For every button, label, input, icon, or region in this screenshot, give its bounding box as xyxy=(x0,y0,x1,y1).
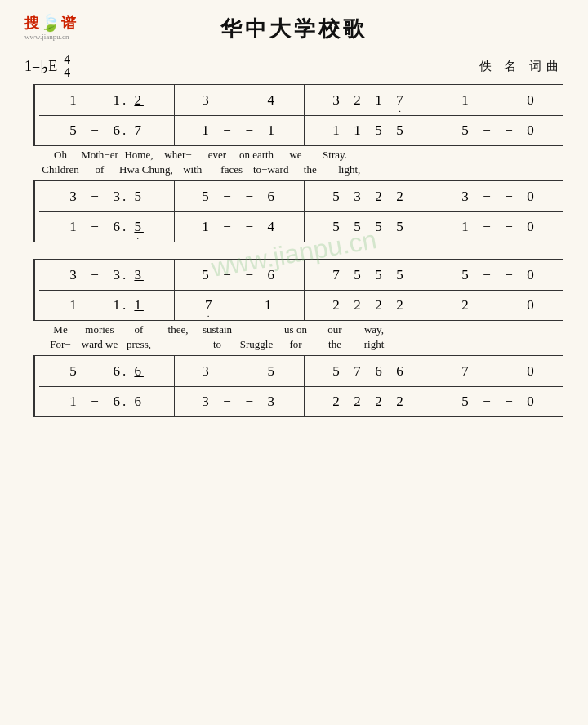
logo-site: www.jianpu.cn xyxy=(24,33,69,41)
lyric-word: Moth−er xyxy=(80,149,119,162)
flat-symbol: ♭ xyxy=(40,57,48,78)
lyric-word: Stray. xyxy=(315,149,354,162)
lyric-word xyxy=(158,338,198,351)
score-line-5: 3 − 3. 3 5 − − 6 7 5 5 5 5 − − 0 xyxy=(39,259,564,290)
seg-3-1: 3 − 3. 5 xyxy=(39,181,175,211)
seg-5-3: 7 5 5 5 xyxy=(305,260,434,290)
section2-block: 3 − 3. 3 5 − − 6 7 5 5 5 5 − − 0 1 − 1. … xyxy=(33,259,564,321)
lyrics-2: Me mories of thee, sustain us on our way… xyxy=(33,321,564,354)
section1b-block: 3 − 3. 5 5 − − 6 5 3 2 2 3 − − 0 1 − 6. … xyxy=(33,180,564,242)
seg-5-1: 3 − 3. 3 xyxy=(39,260,175,290)
time-bottom: 4 xyxy=(64,66,70,79)
lyric-word: right xyxy=(354,338,394,351)
seg-3-4: 3 − − 0 xyxy=(434,181,564,211)
lyric-word: Home, xyxy=(119,149,158,162)
lyric-word: sustain xyxy=(198,323,237,336)
lyrics-1: Oh Moth−er Home, wher− ever on earth we … xyxy=(33,146,564,179)
lyric-word: of xyxy=(119,323,158,336)
score-line-1: 1 − 1. 2 3 − − 4 3 2 1 7 1 − − 0 xyxy=(39,84,564,115)
key-time-row: 1= ♭ E 4 4 佚 名 词曲 xyxy=(24,53,564,79)
lyric-line-1: Oh Moth−er Home, wher− ever on earth we … xyxy=(41,148,560,162)
lyric-word: of xyxy=(80,163,119,176)
seg-4-4: 1 − − 0 xyxy=(434,212,564,242)
score-line-2: 5 − 6. 7 1 − − 1 1 1 5 5 5 − − 0 xyxy=(39,115,564,146)
lyric-word: ever xyxy=(198,149,237,162)
lyric-word: with xyxy=(173,163,212,176)
key-letter: E xyxy=(48,58,57,75)
lyric-word: the xyxy=(315,338,354,351)
lyric-word: thee, xyxy=(158,323,198,336)
lyric-word: our xyxy=(315,323,354,336)
seg-2-2: 1 − − 1 xyxy=(175,116,305,145)
seg-3-2: 5 − − 6 xyxy=(175,181,305,211)
seg-2-4: 5 − − 0 xyxy=(434,116,564,145)
lyric-word: to−ward xyxy=(252,163,291,176)
lyric-word: we xyxy=(276,149,315,162)
lyric-word: Children xyxy=(41,163,80,176)
lyric-word: us on xyxy=(276,323,315,336)
seg-8-4: 5 − − 0 xyxy=(434,387,564,416)
section2b-block: 5 − 6. 6 3 − − 5 5 7 6 6 7 − − 0 1 − 6. … xyxy=(33,355,564,417)
section-gap-1 xyxy=(24,242,564,257)
page: www.jianpu.cn 搜 🍃 谱 www.jianpu.cn 华中大学校歌… xyxy=(0,0,588,725)
lyric-word: mories xyxy=(80,323,119,336)
seg-6-3: 2 2 2 2 xyxy=(305,291,434,320)
time-top: 4 xyxy=(64,53,70,66)
seg-1-2: 3 − − 4 xyxy=(175,85,305,115)
time-signature: 4 4 xyxy=(64,53,70,79)
lyric-word: For− xyxy=(41,338,80,351)
seg-2-1: 5 − 6. 7 xyxy=(39,116,175,145)
score-line-3: 3 − 3. 5 5 − − 6 5 3 2 2 3 − − 0 xyxy=(39,180,564,211)
lyric-line-2: Children of Hwa Chung, with faces to−war… xyxy=(41,162,560,177)
seg-7-2: 3 − − 5 xyxy=(175,356,305,386)
lyric-word: Hwa Chung, xyxy=(119,163,173,176)
logo-text2: 谱 xyxy=(61,13,76,33)
seg-1-4: 1 − − 0 xyxy=(434,85,564,115)
lyric-word: wher− xyxy=(158,149,198,162)
seg-7-4: 7 − − 0 xyxy=(434,356,564,386)
lyric-word: way, xyxy=(354,323,394,336)
seg-1-1: 1 − 1. 2 xyxy=(39,85,175,115)
section1-lines: 1 − 1. 2 3 − − 4 3 2 1 7 1 − − 0 5 − 6. … xyxy=(39,84,564,146)
logo-leaf-icon: 🍃 xyxy=(40,13,60,33)
seg-5-4: 5 − − 0 xyxy=(434,260,564,290)
lyric-word: to xyxy=(198,338,237,351)
lyric-word: ward we xyxy=(80,338,119,351)
lyric-word: Me xyxy=(41,323,80,336)
seg-6-2: 7 − − 1 xyxy=(175,291,305,320)
lyric-word: the xyxy=(291,163,330,176)
score-line-4: 1 − 6. 5. 1 − − 4 5 5 5 5 1 − − 0 xyxy=(39,211,564,242)
score-line-8: 1 − 6. 6 3 − − 3 2 2 2 2 5 − − 0 xyxy=(39,386,564,417)
lyric-line-4: For− ward we press, to Sruggle for the r… xyxy=(41,337,560,352)
seg-8-2: 3 − − 3 xyxy=(175,387,305,416)
section1-block: 1 − 1. 2 3 − − 4 3 2 1 7 1 − − 0 5 − 6. … xyxy=(33,84,564,146)
seg-3-3: 5 3 2 2 xyxy=(305,181,434,211)
lyric-word: press, xyxy=(119,338,158,351)
seg-6-1: 1 − 1. 1 xyxy=(39,291,175,320)
page-title: 华中大学校歌 xyxy=(220,15,368,43)
seg-5-2: 5 − − 6 xyxy=(175,260,305,290)
key-note: 1= xyxy=(24,58,40,75)
seg-4-2: 1 − − 4 xyxy=(175,212,305,242)
logo-text: 搜 xyxy=(24,13,39,33)
seg-2-3: 1 1 5 5 xyxy=(305,116,434,145)
seg-4-1: 1 − 6. 5. xyxy=(39,212,175,242)
seg-6-4: 2 − − 0 xyxy=(434,291,564,320)
logo: 搜 🍃 谱 www.jianpu.cn xyxy=(24,13,76,33)
lyric-word: Sruggle xyxy=(237,338,276,351)
header: 搜 🍃 谱 www.jianpu.cn 华中大学校歌 xyxy=(24,8,564,47)
lyric-word: light, xyxy=(330,163,369,176)
lyric-line-3: Me mories of thee, sustain us on our way… xyxy=(41,322,560,337)
lyric-word: on earth xyxy=(237,149,276,162)
score-line-6: 1 − 1. 1 7 − − 1 2 2 2 2 2 − − 0 xyxy=(39,290,564,321)
seg-4-3: 5 5 5 5 xyxy=(305,212,434,242)
seg-8-3: 2 2 2 2 xyxy=(305,387,434,416)
seg-1-3: 3 2 1 7 xyxy=(305,85,434,115)
seg-8-1: 1 − 6. 6 xyxy=(39,387,175,416)
lyric-word: Oh xyxy=(41,149,80,162)
lyric-word: for xyxy=(276,338,315,351)
composer: 佚 名 词曲 xyxy=(479,59,564,74)
seg-7-3: 5 7 6 6 xyxy=(305,356,434,386)
lyric-word xyxy=(237,323,276,336)
seg-7-1: 5 − 6. 6 xyxy=(39,356,175,386)
